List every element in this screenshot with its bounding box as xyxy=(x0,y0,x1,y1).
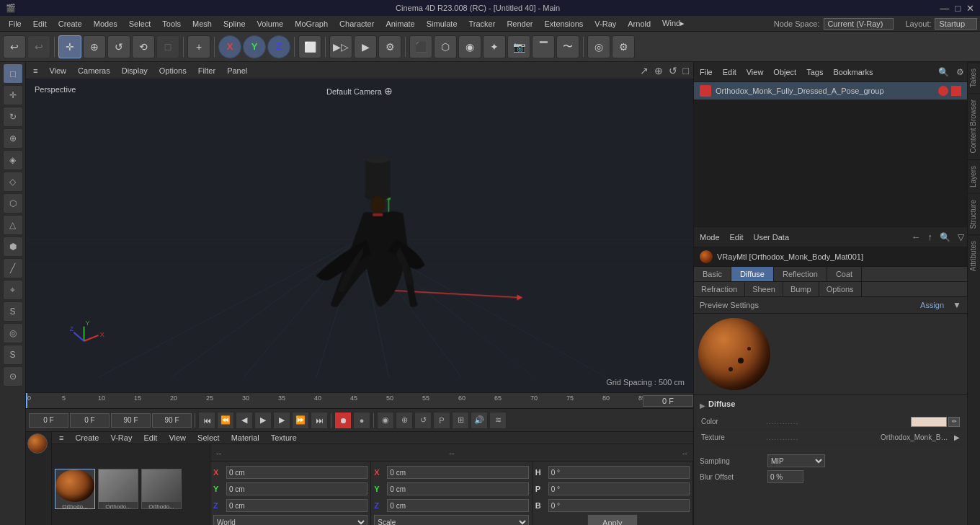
redo-button[interactable]: ↩ xyxy=(27,35,50,58)
render-region-button[interactable]: ▶▷ xyxy=(329,35,352,58)
left-tool-select[interactable]: ◻ xyxy=(3,63,23,84)
sphere-button[interactable]: ◉ xyxy=(458,35,481,58)
collapse-icon[interactable]: ▼ xyxy=(953,300,961,310)
anim-icon-5[interactable]: P xyxy=(433,412,450,429)
left-tool-scale[interactable]: ⊕ xyxy=(3,128,23,149)
attr-tab-diffuse[interactable]: Diffuse xyxy=(731,267,774,281)
x-axis-button[interactable]: X xyxy=(218,35,241,58)
menu-select[interactable]: Select xyxy=(123,18,157,30)
anim-menu-texture[interactable]: Texture xyxy=(267,432,301,444)
viewport-menu-icon[interactable]: ≡ xyxy=(30,65,40,76)
record-button[interactable]: ⏺ xyxy=(334,412,352,429)
nodespace-value[interactable]: Current (V-Ray) xyxy=(824,18,894,30)
mat-sidebar-sphere[interactable] xyxy=(27,433,48,454)
obj-render-icon[interactable] xyxy=(951,86,961,96)
menu-vray[interactable]: V-Ray xyxy=(589,18,622,30)
brush-button[interactable]: ◎ xyxy=(587,35,610,58)
attr-tab-sheen[interactable]: Sheen xyxy=(745,282,783,296)
obj-filter-icon[interactable]: ⚙ xyxy=(956,67,964,77)
anim-menu-material[interactable]: Material xyxy=(227,432,264,444)
anim-icon-1[interactable]: ● xyxy=(353,412,370,429)
color-edit-button[interactable]: ✏ xyxy=(948,417,960,427)
left-tool-7[interactable]: ⬡ xyxy=(3,193,23,213)
left-tool-12[interactable]: S xyxy=(3,301,23,322)
obj-search-icon[interactable]: 🔍 xyxy=(938,67,949,77)
menu-edit[interactable]: Edit xyxy=(27,18,53,30)
viewport-nav-icon-1[interactable]: ↗ xyxy=(640,65,649,76)
material-slot-2[interactable]: Orthodo... xyxy=(98,469,138,509)
maximize-button[interactable]: □ xyxy=(955,3,961,14)
assign-link[interactable]: Assign xyxy=(920,301,944,309)
anim-menu-vray[interactable]: V-Ray xyxy=(106,432,136,444)
menu-file[interactable]: File xyxy=(3,18,27,30)
anim-icon-3[interactable]: ⊕ xyxy=(396,412,413,429)
viewport-menu-options[interactable]: Options xyxy=(156,65,190,76)
menu-spline[interactable]: Spline xyxy=(218,18,251,30)
coord-mode-select[interactable]: World Object xyxy=(213,515,368,525)
left-tool-9[interactable]: ⬢ xyxy=(3,237,23,257)
goto-end-button[interactable]: ⏭ xyxy=(311,412,328,429)
move-tool-button[interactable]: ✛ xyxy=(58,35,81,58)
y-axis-button[interactable]: Y xyxy=(243,35,266,58)
anim-menu-create[interactable]: Create xyxy=(71,432,103,444)
transform-tool-button[interactable]: ⟲ xyxy=(132,35,155,58)
scale-mode-select[interactable]: Scale Size xyxy=(374,515,528,525)
obj-menu-file[interactable]: File xyxy=(697,66,716,78)
object-item[interactable]: Orthodox_Monk_Fully_Dressed_A_Pose_group xyxy=(694,82,967,100)
obj-menu-edit[interactable]: Edit xyxy=(720,66,739,78)
menu-modes[interactable]: Modes xyxy=(88,18,123,30)
layout-dropdown[interactable]: Startup xyxy=(935,18,977,30)
bend-button[interactable]: 〜 xyxy=(556,35,579,58)
p-rot-input[interactable] xyxy=(548,482,690,495)
left-tool-14[interactable]: S xyxy=(3,345,23,365)
menu-tracker[interactable]: Tracker xyxy=(463,18,502,30)
rotate-tool-button[interactable]: ↺ xyxy=(107,35,130,58)
obj-menu-view[interactable]: View xyxy=(744,66,767,78)
attr-menu-mode[interactable]: Mode xyxy=(697,231,723,243)
obj-menu-object[interactable]: Object xyxy=(770,66,799,78)
x-size-input[interactable] xyxy=(387,466,528,479)
attr-tab-reflection[interactable]: Reflection xyxy=(774,267,827,281)
attr-nav-back[interactable]: ← xyxy=(912,231,921,242)
obj-menu-tags[interactable]: Tags xyxy=(803,66,826,78)
attr-tab-refraction[interactable]: Refraction xyxy=(694,282,745,296)
anim-icon-4[interactable]: ↺ xyxy=(414,412,432,429)
menu-arnold[interactable]: Arnold xyxy=(622,18,656,30)
x-pos-input[interactable] xyxy=(226,466,368,479)
attr-tab-coat[interactable]: Coat xyxy=(827,267,862,281)
h-rot-input[interactable] xyxy=(548,466,690,479)
render-view-button[interactable]: ▶ xyxy=(354,35,377,58)
prev-key-button[interactable]: ◀ xyxy=(236,412,253,429)
render-settings-button[interactable]: ⚙ xyxy=(378,35,401,58)
anim-icon-6[interactable]: ⊞ xyxy=(452,412,469,429)
viewport-nav-icon-4[interactable]: □ xyxy=(683,65,689,76)
anim-menu-view[interactable]: View xyxy=(164,432,190,444)
viewport-3d[interactable]: Perspective Default Camera ⊕ xyxy=(26,79,693,392)
attr-tab-basic[interactable]: Basic xyxy=(694,267,731,281)
material-slot-1[interactable]: Orthodo... xyxy=(55,469,95,509)
vtab-takes[interactable]: Takes xyxy=(968,62,980,93)
attr-menu-edit[interactable]: Edit xyxy=(727,231,747,243)
left-tool-11[interactable]: ⌖ xyxy=(3,280,23,300)
left-tool-8[interactable]: △ xyxy=(3,215,23,235)
menu-render[interactable]: Render xyxy=(501,18,538,30)
minimize-button[interactable]: — xyxy=(940,3,949,14)
vtab-layers[interactable]: Layers xyxy=(968,159,980,193)
menu-mesh[interactable]: Mesh xyxy=(187,18,218,30)
attr-search-icon[interactable]: 🔍 xyxy=(940,232,950,242)
menu-tools[interactable]: Tools xyxy=(156,18,187,30)
viewport-nav-icon-2[interactable]: ⊕ xyxy=(654,65,663,76)
viewport-nav-icon-3[interactable]: ↺ xyxy=(669,65,677,76)
window-controls[interactable]: — □ ✕ xyxy=(940,3,974,14)
viewport-menu-view[interactable]: View xyxy=(46,65,69,76)
render-tool-button[interactable]: □ xyxy=(156,35,179,58)
anim-menu-icon[interactable]: ≡ xyxy=(55,432,68,444)
selection-button[interactable]: ⬜ xyxy=(298,35,321,58)
menu-create[interactable]: Create xyxy=(53,18,88,30)
attr-tab-options[interactable]: Options xyxy=(819,282,862,296)
viewport-menu-panel[interactable]: Panel xyxy=(224,65,250,76)
next-key-button[interactable]: ▶ xyxy=(273,412,290,429)
apply-button[interactable]: Apply xyxy=(587,514,638,525)
light-button[interactable]: ✦ xyxy=(483,35,506,58)
start-frame-input[interactable] xyxy=(70,413,110,428)
